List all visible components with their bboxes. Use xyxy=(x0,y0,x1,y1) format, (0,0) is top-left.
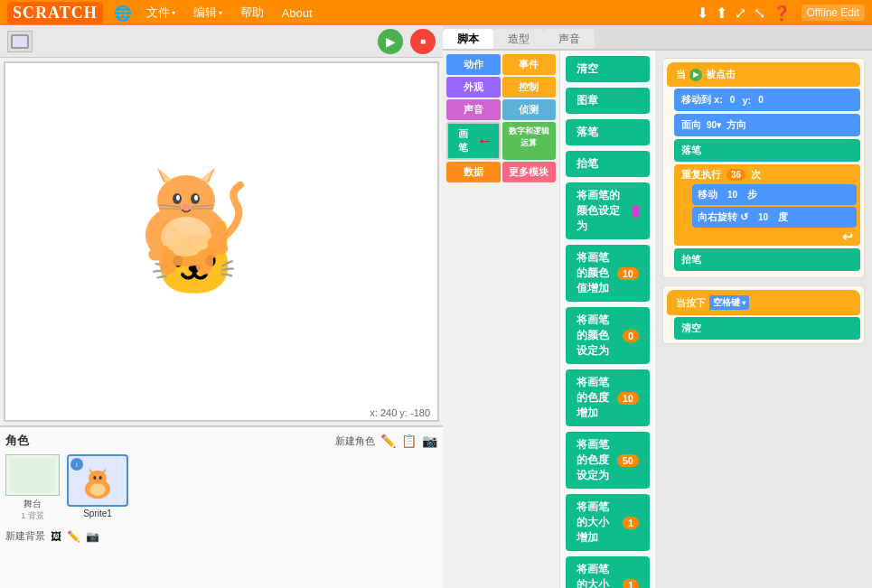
blocks-panel: 清空 图章 落笔 抬笔 将画笔的颜色设定为 将画笔的颜色值增加 10 xyxy=(560,51,655,588)
stage-thumb-sublabel: 1 背景 xyxy=(21,510,44,522)
block-pen-up[interactable]: 抬笔 xyxy=(566,151,650,177)
backdrop-camera-icon[interactable]: 📷 xyxy=(86,530,99,543)
repeat-value: 36 xyxy=(727,169,745,181)
stage-area: ▶ ■ 🐱 xyxy=(0,25,443,588)
tab-sounds[interactable]: 声音 xyxy=(544,29,595,49)
stage-thumb-label: 舞台 xyxy=(23,498,42,510)
block-face-direction[interactable]: 面向 90▾ 方向 xyxy=(674,114,860,136)
menu-file[interactable]: 文件 ▾ xyxy=(143,5,179,21)
block-change-pen-color[interactable]: 将画笔的颜色值增加 10 xyxy=(566,245,650,302)
block-pen-down[interactable]: 落笔 xyxy=(566,119,650,145)
block-set-pen-color[interactable]: 将画笔的颜色设定为 xyxy=(566,182,650,239)
category-looks[interactable]: 外观 xyxy=(446,77,501,98)
degrees-value: 10 xyxy=(754,211,773,223)
svg-marker-26 xyxy=(102,468,107,472)
help-icon[interactable]: ❓ xyxy=(773,5,791,22)
svg-point-10 xyxy=(176,195,180,201)
categories-grid: 动作 事件 外观 控制 声音 侦测 画笔 ← 数字和逻辑运算 数据 更多模块 xyxy=(446,54,556,182)
stamp-icon[interactable]: 📋 xyxy=(401,434,417,448)
category-control[interactable]: 控制 xyxy=(502,77,557,98)
block-turn-right[interactable]: 向右旋转 ↺ 10 度 xyxy=(692,207,857,228)
menu-about[interactable]: About xyxy=(278,6,316,20)
block-pen-up-code[interactable]: 抬笔 xyxy=(674,248,860,271)
svg-point-29 xyxy=(97,480,99,481)
script-group-space: 当按下 空格键 ▾ 清空 xyxy=(662,285,865,344)
stage-canvas: 🐱 xyxy=(4,61,439,422)
x-value: 0 xyxy=(726,94,740,106)
backdrop-paint-icon[interactable]: 🖼 xyxy=(51,530,61,543)
new-sprite-label: 新建角色 xyxy=(335,434,375,448)
toolbar-icons: ⬇ ⬆ ⤢ ⤡ ❓ xyxy=(697,5,791,22)
category-events[interactable]: 事件 xyxy=(502,54,557,75)
menu-edit[interactable]: 编辑 ▾ xyxy=(190,5,226,21)
upload-icon[interactable]: ⬆ xyxy=(716,5,727,22)
stage-small-icon[interactable] xyxy=(7,31,33,52)
paint-icon[interactable]: ✏️ xyxy=(380,434,396,448)
category-more[interactable]: 更多模块 xyxy=(502,162,557,182)
hat-green-flag[interactable]: 当 ▶ 被点击 xyxy=(667,62,860,87)
tab-costumes[interactable]: 造型 xyxy=(493,29,544,49)
color-swatch xyxy=(633,205,639,218)
camera-icon[interactable]: 📷 xyxy=(422,434,437,448)
block-value-10: 10 xyxy=(617,267,639,280)
block-value-setsize-1: 1 xyxy=(623,579,639,589)
block-set-size[interactable]: 将画笔的大小设定为 1 xyxy=(566,556,650,588)
svg-point-19 xyxy=(195,249,213,275)
stop-button[interactable]: ■ xyxy=(410,29,436,54)
compress-icon[interactable]: ⤡ xyxy=(754,5,765,22)
category-data[interactable]: 数据 xyxy=(446,162,501,182)
sprite1-thumbnail[interactable]: i Sprite1 xyxy=(67,454,128,522)
code-area: 当 ▶ 被点击 移动到 x: 0 y: 0 面向 90▾ xyxy=(655,51,872,588)
key-value: 空格键 ▾ xyxy=(709,295,749,310)
flag-icon: ▶ xyxy=(689,69,702,81)
category-sensing[interactable]: 侦测 xyxy=(502,99,557,120)
scratch-logo: SCRATCH xyxy=(7,2,103,24)
tab-scripts[interactable]: 脚本 xyxy=(443,29,493,49)
category-motion[interactable]: 动作 xyxy=(446,54,501,75)
block-value-size-1: 1 xyxy=(623,517,639,529)
block-change-shade[interactable]: 将画笔的色度增加 10 xyxy=(566,369,650,426)
sprite1-label: Sprite1 xyxy=(83,509,112,518)
script-group-flag: 当 ▶ 被点击 移动到 x: 0 y: 0 面向 90▾ xyxy=(662,58,865,278)
sprite1-box: i xyxy=(67,454,128,507)
offline-edit-label: Offline Edit xyxy=(802,5,865,21)
sprite-info-icon: i xyxy=(70,458,83,471)
green-flag-button[interactable]: ▶ xyxy=(378,29,403,54)
block-stamp[interactable]: 图章 xyxy=(566,88,650,114)
download-icon[interactable]: ⬇ xyxy=(697,5,708,22)
hat-key-press[interactable]: 当按下 空格键 ▾ xyxy=(667,290,860,315)
chevron-down-icon: ▾ xyxy=(219,9,222,17)
globe-icon[interactable]: 🌐 xyxy=(114,5,132,22)
sprites-header: 角色 新建角色 ✏️ 📋 📷 xyxy=(5,433,437,449)
stage-thumbnail[interactable]: 舞台 1 背景 xyxy=(5,454,60,522)
y-value: 0 xyxy=(754,94,768,106)
backdrop-pencil-icon[interactable]: ✏️ xyxy=(67,530,80,543)
new-backdrop-label: 新建背景 xyxy=(5,529,45,543)
block-repeat[interactable]: 重复执行 36 次 移动 10 步 xyxy=(674,164,860,246)
svg-point-27 xyxy=(93,476,96,480)
category-sound[interactable]: 声音 xyxy=(446,99,501,120)
stage-toolbar: ▶ ■ xyxy=(0,25,443,58)
block-move-to-xy[interactable]: 移动到 x: 0 y: 0 xyxy=(674,89,860,111)
svg-rect-22 xyxy=(10,458,55,492)
category-pen[interactable]: 画笔 ← xyxy=(446,122,501,160)
block-clear[interactable]: 清空 xyxy=(566,56,650,82)
menu-help[interactable]: 帮助 xyxy=(237,5,267,21)
sprites-panel: 角色 新建角色 ✏️ 📋 📷 舞台 1 背景 xyxy=(0,425,443,588)
chevron-down-icon: ▾ xyxy=(172,9,175,17)
block-set-shade[interactable]: 将画笔的色度设定为 50 xyxy=(566,432,650,489)
categories-panel: 动作 事件 外观 控制 声音 侦测 画笔 ← 数字和逻辑运算 数据 更多模块 xyxy=(443,51,560,588)
script-panel: 动作 事件 外观 控制 声音 侦测 画笔 ← 数字和逻辑运算 数据 更多模块 xyxy=(443,51,872,588)
block-move-steps[interactable]: 移动 10 步 xyxy=(692,184,857,205)
sprites-title: 角色 xyxy=(5,433,29,449)
new-backdrop-section: 新建背景 🖼 ✏️ 📷 xyxy=(5,529,437,543)
block-pen-down-code[interactable]: 落笔 xyxy=(674,139,860,162)
main-layout: ▶ ■ 🐱 xyxy=(0,25,872,588)
block-set-pen-color-val[interactable]: 将画笔的颜色设定为 0 xyxy=(566,307,650,364)
block-clear-code[interactable]: 清空 xyxy=(674,317,860,340)
category-operators[interactable]: 数字和逻辑运算 xyxy=(502,122,557,160)
fullscreen-icon[interactable]: ⤢ xyxy=(735,5,746,22)
block-change-size[interactable]: 将画笔的大小增加 1 xyxy=(566,494,650,551)
arrow-indicator: ← xyxy=(477,132,493,151)
right-panel: 脚本 造型 声音 动作 事件 外观 控制 声音 侦测 画笔 ← xyxy=(443,25,872,588)
